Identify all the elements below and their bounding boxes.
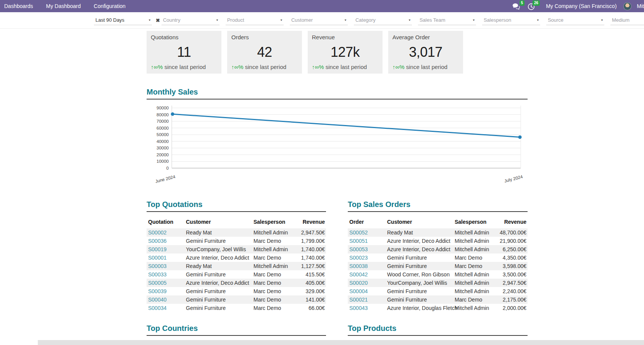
dashboard-content: Quotations 11 ↑∞% since last period Orde… bbox=[147, 31, 528, 336]
quotation-link[interactable]: S00039 bbox=[148, 288, 166, 294]
order-link[interactable]: S00051 bbox=[349, 238, 368, 244]
column-header-salesperson: Salesperson bbox=[453, 216, 498, 228]
section-divider bbox=[348, 335, 528, 336]
top-sales-orders-table: OrderCustomerSalespersonRevenue S00052Re… bbox=[348, 216, 528, 312]
section-divider bbox=[348, 211, 528, 212]
top-quotations-table: QuotationCustomerSalespersonRevenue S000… bbox=[147, 216, 326, 312]
filter-salesperson[interactable]: Salesperson ▼ bbox=[482, 16, 540, 25]
kpi-row: Quotations 11 ↑∞% since last period Orde… bbox=[147, 31, 528, 74]
messages-button[interactable]: 5 bbox=[512, 2, 522, 10]
order-link[interactable]: S00042 bbox=[349, 271, 368, 278]
y-axis-tick: 10000 bbox=[157, 159, 169, 164]
y-axis-tick: 70000 bbox=[157, 119, 169, 124]
table-row: S00036Gemini FurnitureMarc Demo1,799.00€ bbox=[147, 237, 326, 245]
table-row: S00040Gemini FurnitureMarc Demo141.00€ bbox=[147, 295, 326, 304]
top-navbar: Dashboards My Dashboard Configuration 5 … bbox=[0, 0, 644, 12]
quotation-link[interactable]: S00040 bbox=[148, 297, 166, 303]
chevron-down-icon: ▼ bbox=[280, 18, 283, 21]
quotation-link[interactable]: S00001 bbox=[148, 255, 166, 261]
menu-dashboards[interactable]: Dashboards bbox=[0, 0, 40, 12]
chevron-down-icon: ▼ bbox=[408, 18, 411, 21]
up-arrow-icon: ↑ bbox=[312, 64, 315, 70]
user-name[interactable]: Mit bbox=[637, 3, 644, 9]
top-countries-title: Top Countries bbox=[147, 324, 326, 333]
table-row: S00019YourCompany, Joel WillisMitchell A… bbox=[147, 245, 326, 254]
kpi-average-order: Average Order 3,017 ↑∞% since last perio… bbox=[388, 31, 463, 74]
monthly-sales-section: Monthly Sales 01000020000300004000050000… bbox=[147, 88, 528, 189]
column-header-salesperson: Salesperson bbox=[252, 216, 297, 228]
table-row: S00053Azure Interior, Deco AddictMitchel… bbox=[348, 245, 528, 254]
order-link[interactable]: S00038 bbox=[349, 263, 368, 269]
quotation-link[interactable]: S00033 bbox=[148, 271, 166, 278]
section-divider bbox=[147, 335, 326, 336]
y-axis-tick: 90000 bbox=[157, 106, 169, 110]
horizontal-scrollbar[interactable] bbox=[38, 340, 644, 345]
order-link[interactable]: S00043 bbox=[349, 305, 368, 311]
kpi-quotations: Quotations 11 ↑∞% since last period bbox=[147, 31, 221, 74]
filter-bar: Last 90 Days ▼ ✖ Country ▼ Product ▼ Cus… bbox=[0, 12, 644, 29]
filter-product[interactable]: Product ▼ bbox=[226, 16, 284, 25]
order-link[interactable]: S00053 bbox=[349, 246, 368, 252]
quotation-link[interactable]: S00002 bbox=[148, 229, 166, 236]
table-row: S00043Azure Interior, Douglas FletchMitc… bbox=[348, 304, 528, 312]
kpi-revenue: Revenue 127k ↑∞% since last period bbox=[308, 31, 383, 74]
filter-country[interactable]: Country ▼ bbox=[161, 16, 220, 25]
order-link[interactable]: S00023 bbox=[349, 255, 368, 261]
menu-configuration[interactable]: Configuration bbox=[87, 0, 132, 12]
filter-date-range[interactable]: Last 90 Days ▼ bbox=[94, 16, 152, 25]
kpi-label: Quotations bbox=[151, 34, 217, 40]
table-row: S00005Azure Interior, Deco AddictMarc De… bbox=[147, 279, 326, 287]
table-row: S00038Gemini FurnitureMarc Demo3,598.00€ bbox=[348, 262, 528, 270]
quotation-link[interactable]: S00003 bbox=[148, 263, 166, 269]
quotation-link[interactable]: S00034 bbox=[148, 305, 166, 311]
y-axis-tick: 20000 bbox=[157, 152, 169, 157]
order-link[interactable]: S00020 bbox=[349, 280, 368, 286]
table-row: S00002Ready MatMitchell Admin2,947.50€ bbox=[147, 228, 326, 237]
data-point[interactable] bbox=[518, 135, 522, 139]
clear-filter-icon[interactable]: ✖ bbox=[156, 18, 160, 23]
column-header-revenue: Revenue bbox=[498, 216, 528, 228]
table-row: S00023Gemini FurnitureMarc Demo4,350.00€ bbox=[348, 254, 528, 262]
messages-badge: 5 bbox=[520, 0, 525, 6]
filter-category[interactable]: Category ▼ bbox=[354, 16, 412, 25]
column-header-quotation: Quotation bbox=[147, 216, 184, 228]
tables-row: Top Quotations QuotationCustomerSalesper… bbox=[147, 200, 528, 312]
column-header-customer: Customer bbox=[184, 216, 252, 228]
y-axis-tick: 50000 bbox=[157, 132, 169, 137]
activities-button[interactable]: 26 bbox=[528, 2, 537, 10]
company-switcher[interactable]: My Company (San Francisco) bbox=[546, 3, 617, 9]
filter-source[interactable]: Source ▼ bbox=[546, 16, 604, 25]
order-link[interactable]: S00052 bbox=[349, 229, 368, 236]
order-link[interactable]: S00021 bbox=[349, 297, 368, 303]
section-divider bbox=[147, 99, 528, 99]
kpi-value: 127k bbox=[312, 40, 378, 64]
table-row: S00004Gemini FurnitureMitchell Admin2,24… bbox=[348, 287, 528, 295]
up-arrow-icon: ↑ bbox=[151, 64, 154, 70]
chevron-down-icon: ▼ bbox=[148, 18, 151, 21]
kpi-label: Average Order bbox=[392, 34, 459, 40]
order-link[interactable]: S00004 bbox=[349, 288, 368, 294]
column-header-revenue: Revenue bbox=[297, 216, 326, 228]
kpi-label: Orders bbox=[231, 34, 298, 40]
quotation-link[interactable]: S00005 bbox=[148, 280, 166, 286]
chevron-down-icon: ▼ bbox=[536, 18, 539, 21]
table-row: S00033Gemini FurnitureMarc Demo415.50€ bbox=[147, 270, 326, 279]
data-point[interactable] bbox=[171, 112, 174, 116]
quotation-link[interactable]: S00036 bbox=[148, 238, 166, 244]
filter-customer[interactable]: Customer ▼ bbox=[290, 16, 348, 25]
top-sales-orders-section: Top Sales Orders OrderCustomerSalesperso… bbox=[348, 200, 528, 312]
activities-badge: 26 bbox=[533, 0, 540, 6]
top-products-title: Top Products bbox=[348, 324, 528, 333]
table-row: S00003Ready MatMitchell Admin1,127.50€ bbox=[147, 262, 326, 270]
filter-sales-team[interactable]: Sales Team ▼ bbox=[418, 16, 476, 25]
user-avatar[interactable] bbox=[623, 2, 631, 10]
kpi-value: 42 bbox=[231, 40, 298, 64]
y-axis-tick: 40000 bbox=[157, 139, 169, 144]
chevron-down-icon: ▼ bbox=[600, 18, 604, 21]
quotation-link[interactable]: S00019 bbox=[148, 246, 166, 252]
menu-my-dashboard[interactable]: My Dashboard bbox=[40, 0, 87, 12]
table-row: S00051Azure Interior, Deco AddictMitchel… bbox=[348, 237, 528, 245]
kpi-label: Revenue bbox=[312, 34, 378, 40]
up-arrow-icon: ↑ bbox=[231, 64, 234, 70]
filter-medium[interactable]: Medium bbox=[610, 16, 644, 25]
